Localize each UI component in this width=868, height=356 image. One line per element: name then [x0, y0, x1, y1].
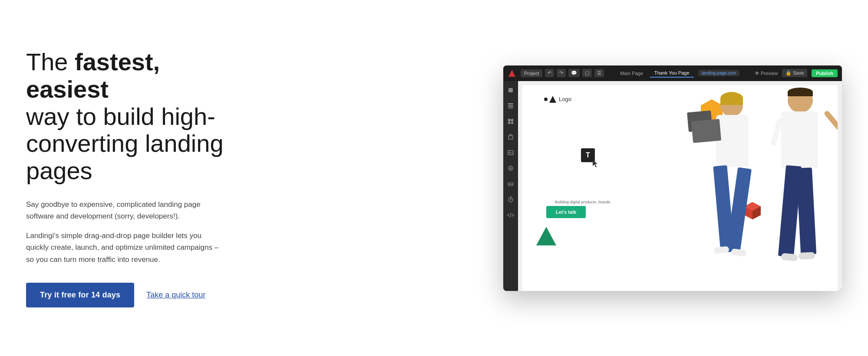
editor-canvas: Logo T Building digit — [518, 81, 842, 291]
thank-you-tab[interactable]: Thank You Page — [650, 69, 694, 78]
sidebar-icon-resize[interactable] — [506, 179, 515, 189]
svg-line-22 — [510, 213, 511, 217]
canvas-logo: Logo — [544, 96, 571, 103]
eye-icon: 👁 — [755, 71, 759, 76]
project-button[interactable]: Project — [521, 69, 542, 77]
sidebar-icon-popups[interactable] — [506, 132, 515, 142]
svg-rect-2 — [508, 103, 513, 105]
svg-marker-23 — [593, 160, 597, 167]
layers-icon[interactable]: ☰ — [594, 69, 604, 77]
svg-rect-6 — [511, 119, 513, 121]
sidebar-icon-media[interactable] — [506, 148, 515, 157]
svg-rect-9 — [508, 136, 513, 139]
editor-topbar: Project ↶ ↷ 💬 ▢ ☰ Main Page Thank You Pa… — [503, 65, 842, 81]
redo-button[interactable]: ↷ — [557, 69, 566, 77]
hero-description-1: Say goodbye to expensive, complicated la… — [26, 199, 226, 222]
svg-rect-15 — [508, 183, 513, 185]
laptop — [691, 119, 721, 143]
editor-body: Logo T Building digit — [503, 81, 842, 291]
logo-mark — [544, 96, 556, 103]
svg-rect-7 — [508, 122, 510, 124]
man-shoe-right — [799, 252, 815, 260]
editor-logo — [508, 69, 516, 78]
canvas-page: Logo T Building digit — [522, 85, 838, 291]
heading-normal: The — [26, 48, 75, 75]
cursor-icon — [593, 160, 598, 168]
man-hair — [788, 88, 813, 96]
woman-shoe-left — [713, 246, 729, 254]
sidebar-icon-cursor[interactable] — [506, 85, 515, 95]
svg-marker-28 — [536, 227, 556, 245]
man-body — [781, 111, 818, 168]
logo-dot — [544, 98, 548, 101]
device-icon[interactable]: ▢ — [582, 69, 592, 77]
man-arm-left — [770, 118, 782, 146]
try-free-button[interactable]: Try it free for 14 days — [26, 283, 134, 307]
sidebar-icon-code[interactable] — [506, 210, 515, 220]
preview-label[interactable]: 👁 Preview — [755, 71, 778, 76]
svg-marker-0 — [508, 70, 515, 77]
svg-rect-10 — [508, 150, 513, 155]
man-leg-right — [796, 167, 816, 255]
heading-rest: way to build high-converting landingpage… — [26, 103, 224, 184]
logo-text: Logo — [559, 96, 571, 102]
hero-description-2: Landingi's simple drag-and-drop page bui… — [26, 230, 226, 265]
editor-sidebar — [503, 81, 518, 291]
man-arm-right — [823, 110, 838, 136]
woman-hair — [720, 92, 743, 105]
t-label: T — [586, 151, 590, 159]
logo-triangle — [549, 96, 556, 103]
shape-green-triangle — [535, 226, 557, 248]
main-page-tab[interactable]: Main Page — [616, 69, 647, 77]
publish-button[interactable]: Publish — [812, 69, 838, 77]
sidebar-icon-forms[interactable] — [506, 163, 515, 173]
hero-left: The fastest, easiest way to build high-c… — [26, 49, 234, 307]
svg-rect-5 — [508, 119, 511, 121]
sidebar-icon-sections[interactable] — [506, 101, 515, 111]
hero-container: The fastest, easiest way to build high-c… — [0, 0, 868, 356]
save-button[interactable]: 🔒 Save — [782, 69, 807, 77]
sidebar-icon-timer[interactable] — [506, 195, 515, 204]
quick-tour-button[interactable]: Take a quick tour — [146, 291, 205, 300]
svg-rect-3 — [508, 105, 513, 107]
person-woman — [696, 90, 770, 291]
hero-cta-row: Try it free for 14 days Take a quick tou… — [26, 283, 226, 307]
sidebar-icon-widgets[interactable] — [506, 117, 515, 126]
hero-heading: The fastest, easiest way to build high-c… — [26, 49, 226, 185]
lock-icon: 🔒 — [785, 70, 792, 75]
svg-rect-1 — [508, 88, 513, 92]
comment-icon[interactable]: 💬 — [568, 69, 580, 77]
person-man — [766, 85, 835, 291]
man-shoe-left — [781, 253, 798, 261]
svg-rect-8 — [511, 122, 513, 124]
editor-mockup: Project ↶ ↷ 💬 ▢ ☰ Main Page Thank You Pa… — [503, 65, 842, 291]
canvas-cta-button: Let's talk — [546, 206, 586, 218]
undo-button[interactable]: ↶ — [545, 69, 554, 77]
canvas-subtitle: Building digital products, brands — [555, 200, 611, 204]
svg-rect-4 — [508, 108, 513, 108]
url-display: landing-page.com — [698, 70, 740, 76]
woman-body — [716, 115, 749, 167]
people-area — [677, 85, 838, 291]
woman-shoe-right — [731, 248, 747, 257]
hero-right: Project ↶ ↷ 💬 ▢ ☰ Main Page Thank You Pa… — [234, 65, 842, 291]
